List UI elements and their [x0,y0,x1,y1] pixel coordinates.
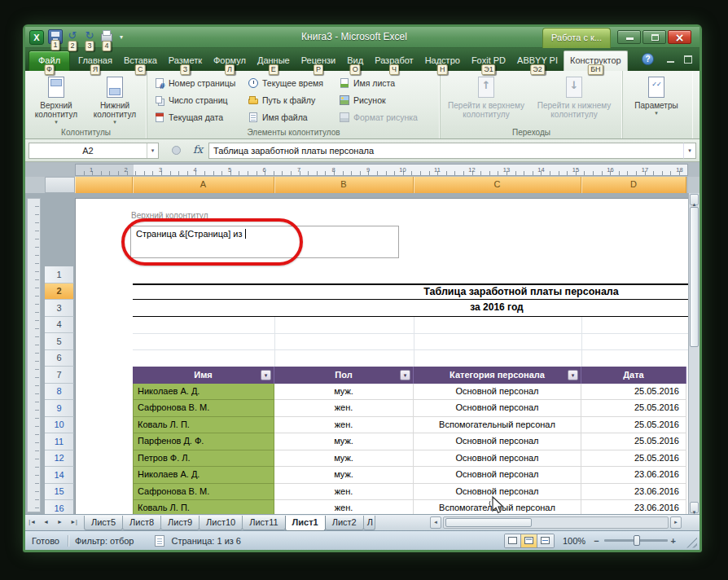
scroll-down-icon[interactable] [690,502,699,513]
tab-Главная[interactable]: ГлавнаяЯ [72,51,118,71]
resize-grip[interactable] [686,537,697,548]
name-box[interactable]: A2 ▾ [29,143,159,159]
cell-category[interactable]: Основной персонал [414,450,581,468]
redo-icon[interactable]: 3 [82,29,97,44]
cell-gender[interactable]: муж. [274,450,414,468]
cell-date[interactable]: 25.05.2016 [581,417,686,434]
contextual-tab-group-label[interactable]: Работа с к... [542,28,611,48]
tab-Надстро[interactable]: НадстроН [419,51,466,71]
element-button-page-count[interactable]: Число страниц [152,91,246,108]
cell-name[interactable]: Николаев А. Д. [133,384,274,401]
horizontal-scrollbar[interactable] [443,516,669,529]
element-button-current-date[interactable]: Текущая дата [152,108,246,125]
element-button-sheet-name[interactable]: Имя листа [337,74,436,91]
cell-gender[interactable]: муж. [274,384,414,401]
cell-category[interactable]: Основной персонал [414,400,581,417]
sheet-tab-Л[interactable]: Л [363,516,375,530]
cell-gender[interactable]: муж. [274,433,414,450]
cell-category[interactable]: Основной персонал [414,433,581,450]
cell-gender[interactable]: жен. [274,417,414,434]
tab-Foxit PD[interactable]: Foxit PDЭ1 [466,51,511,71]
cell-name[interactable]: Сафронова В. М. [133,484,274,501]
scroll-up-icon[interactable] [690,194,699,205]
row-header-6[interactable]: 6 [45,350,74,367]
cell-gender[interactable]: жен. [274,400,414,417]
row-header-5[interactable]: 5 [45,333,74,350]
filter-dropdown-button[interactable]: ▾ [400,370,410,380]
formula-bar-expand-icon[interactable]: ▾ [683,143,696,159]
workbook-minimize-icon[interactable] [664,53,678,65]
cell-name[interactable]: Коваль Л. П. [133,417,274,434]
page-layout-view-button[interactable] [521,534,537,547]
tab-Вид[interactable]: ВидО [341,51,369,71]
filter-dropdown-button[interactable]: ▾ [568,370,578,380]
zoom-out-button[interactable] [594,536,599,546]
row-header-16[interactable]: 16 [45,500,74,514]
table-column-header-2[interactable]: Категория персонала [414,367,581,384]
tab-Данные[interactable]: ДанныеЕ [252,51,296,71]
table-column-header-0[interactable]: Имя [133,367,274,384]
sheet-tab-Лист5[interactable]: Лист5 [84,516,123,530]
cell-date[interactable]: 25.05.2016 [581,450,686,468]
cell-category[interactable]: Основной персонал [414,384,581,401]
cell-date[interactable]: 25.05.2016 [581,433,686,450]
cell-date[interactable]: 23.06.2016 [581,467,686,484]
column-header-B[interactable]: B [274,177,414,193]
ribbon-button-footer[interactable]: Нижний колонтитул▾ [86,73,144,125]
zoom-slider[interactable] [604,539,668,542]
row-header-11[interactable]: 11 [45,433,74,450]
sheet-tab-Лист10[interactable]: Лист10 [199,516,243,530]
column-header-A[interactable]: A [133,177,274,193]
row-header-12[interactable]: 12 [45,450,74,468]
row-header-2[interactable]: 2 [45,283,74,301]
zoom-slider-thumb[interactable] [634,535,640,546]
cell-name[interactable]: Парфенов Д. Ф. [133,433,274,450]
cell-date[interactable]: 25.05.2016 [581,384,686,401]
normal-view-button[interactable] [505,534,521,547]
column-header-C[interactable]: C [414,177,581,193]
cell-name[interactable]: Петров Ф. Л. [133,450,274,468]
element-button-page-number[interactable]: Номер страницы [152,74,246,91]
row-header-10[interactable]: 10 [45,417,74,434]
row-header-9[interactable]: 9 [45,400,74,417]
first-sheet-button[interactable] [25,516,39,529]
sheet-tab-Лист1[interactable]: Лист1 [285,516,326,531]
cell-date[interactable]: 23.06.2016 [581,484,686,501]
tab-Формул[interactable]: ФормулЛ [208,51,252,71]
cell-date[interactable]: 25.05.2016 [581,400,686,417]
last-sheet-button[interactable] [67,516,81,529]
row-header-8[interactable]: 8 [45,384,74,401]
table-subtitle[interactable]: за 2016 год [133,300,699,317]
row-header-4[interactable]: 4 [45,317,74,334]
filter-dropdown-button[interactable]: ▾ [261,370,271,380]
cell-gender[interactable]: жен. [274,500,414,514]
tab-Разметк[interactable]: РазметкЗ [163,51,208,71]
sheet-tab-Лист8[interactable]: Лист8 [122,516,161,530]
table-column-header-3[interactable]: Дата [581,367,686,384]
page-break-view-button[interactable] [537,534,554,547]
minimize-button[interactable] [617,30,641,44]
element-button-file-path[interactable]: Путь к файлу [246,91,337,108]
zoom-in-button[interactable] [671,536,676,546]
zoom-level[interactable]: 100% [563,536,585,546]
row-header-1[interactable]: 1 [45,266,74,283]
sheet-tab-Лист11[interactable]: Лист11 [242,516,285,530]
cell-gender[interactable]: муж. [274,467,414,484]
table-title[interactable]: Таблица заработной платы персонала [133,283,699,301]
tab-Конструктор[interactable]: КонструкторБН [564,51,628,71]
tab-Рецензи[interactable]: РецензиР [296,51,342,71]
cell-category[interactable]: Вспомогательный персонал [414,417,581,434]
hscroll-left-icon[interactable] [430,516,441,529]
cell-name[interactable]: Сафронова В. М. [133,400,274,417]
vertical-scrollbar[interactable] [688,193,699,514]
help-icon[interactable] [642,53,654,65]
row-header-3[interactable]: 3 [45,300,74,317]
row-header-7[interactable]: 7 [45,367,74,384]
formula-input[interactable]: Таблица заработной платы персонала [208,143,683,159]
workbook-restore-icon[interactable] [681,53,695,65]
name-box-dropdown-icon[interactable]: ▾ [147,143,158,158]
ribbon-button-header[interactable]: Верхний колонтитул▾ [27,73,86,125]
tab-Разработ[interactable]: РазработЧ [369,51,419,71]
cell-date[interactable]: 23.06.2016 [581,500,686,514]
previous-sheet-button[interactable] [39,516,53,529]
